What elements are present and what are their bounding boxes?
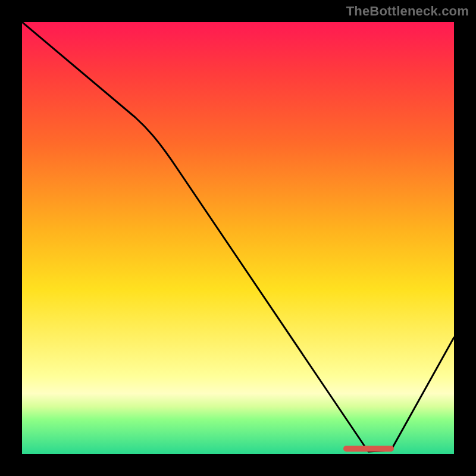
chart-frame: TheBottleneck.com — [0, 0, 476, 476]
plot-area — [22, 22, 454, 454]
curve-path — [22, 22, 454, 452]
curve-svg — [22, 22, 454, 454]
optimal-range-marker — [343, 446, 394, 452]
watermark-text: TheBottleneck.com — [346, 4, 469, 19]
